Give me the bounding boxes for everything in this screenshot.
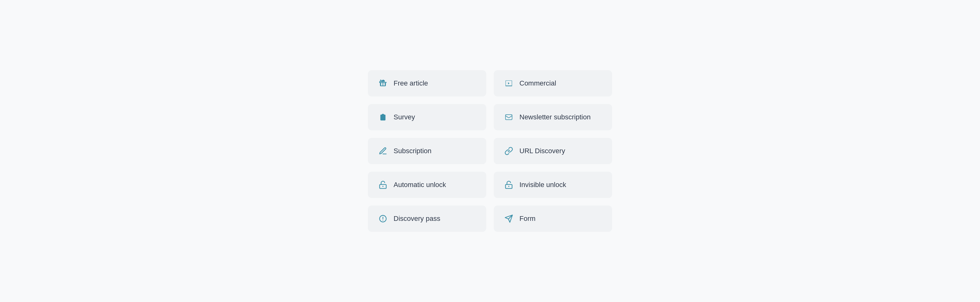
card-free-article[interactable]: Free article bbox=[368, 70, 486, 96]
commercial-icon bbox=[504, 79, 514, 88]
url-discovery-icon bbox=[504, 147, 514, 155]
card-commercial[interactable]: Commercial bbox=[494, 70, 612, 96]
card-survey-label: Survey bbox=[394, 113, 415, 121]
svg-point-1 bbox=[381, 118, 382, 119]
svg-point-3 bbox=[382, 186, 383, 187]
survey-icon bbox=[378, 113, 388, 121]
card-subscription-label: Subscription bbox=[394, 147, 431, 155]
card-free-article-label: Free article bbox=[394, 79, 428, 88]
newsletter-icon bbox=[504, 113, 514, 121]
gift-icon bbox=[378, 79, 388, 88]
card-form-label: Form bbox=[519, 214, 535, 223]
discovery-pass-icon bbox=[378, 214, 388, 223]
form-icon bbox=[504, 214, 514, 223]
subscription-icon bbox=[378, 147, 388, 155]
card-url-discovery[interactable]: URL Discovery bbox=[494, 138, 612, 164]
automatic-unlock-icon bbox=[378, 181, 388, 189]
svg-point-0 bbox=[381, 117, 382, 117]
card-invisible-unlock-label: Invisible unlock bbox=[519, 181, 566, 189]
card-automatic-unlock[interactable]: Automatic unlock bbox=[368, 172, 486, 198]
card-url-discovery-label: URL Discovery bbox=[519, 147, 565, 155]
card-discovery-pass-label: Discovery pass bbox=[394, 214, 440, 223]
card-discovery-pass[interactable]: Discovery pass bbox=[368, 206, 486, 232]
card-survey[interactable]: Survey bbox=[368, 104, 486, 130]
card-grid: Free article Commercial Survey Newslet bbox=[368, 70, 612, 232]
card-subscription[interactable]: Subscription bbox=[368, 138, 486, 164]
invisible-unlock-icon bbox=[504, 181, 514, 189]
card-commercial-label: Commercial bbox=[519, 79, 556, 88]
card-form[interactable]: Form bbox=[494, 206, 612, 232]
svg-point-5 bbox=[508, 186, 509, 187]
card-automatic-unlock-label: Automatic unlock bbox=[394, 181, 446, 189]
card-newsletter-label: Newsletter subscription bbox=[519, 113, 590, 121]
card-invisible-unlock[interactable]: Invisible unlock bbox=[494, 172, 612, 198]
card-newsletter-subscription[interactable]: Newsletter subscription bbox=[494, 104, 612, 130]
